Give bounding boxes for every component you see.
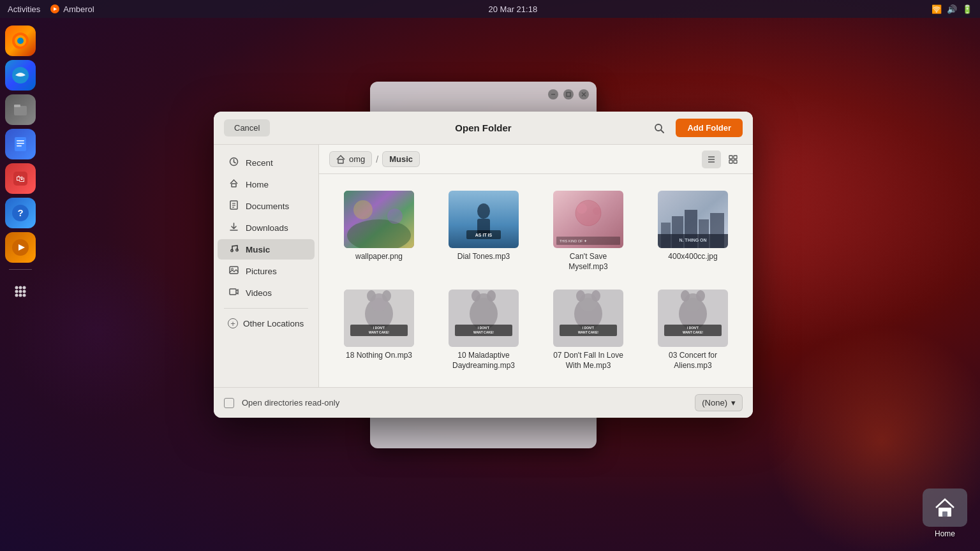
svg-point-92 — [487, 290, 496, 302]
svg-text:?: ? — [17, 207, 23, 218]
svg-text:I DON'T: I DON'T — [478, 326, 489, 330]
sidebar-item-recent[interactable]: Recent — [218, 152, 315, 173]
dock-icon-files[interactable] — [5, 94, 36, 125]
filter-label: (None) — [702, 398, 727, 408]
documents-icon — [228, 200, 239, 212]
sidebar-item-music[interactable]: Music — [218, 239, 315, 260]
svg-rect-30 — [942, 511, 947, 517]
breadcrumb-home[interactable]: omg — [329, 151, 372, 167]
sidebar-item-videos[interactable]: Videos — [218, 283, 315, 303]
sidebar-item-pictures[interactable]: Pictures — [218, 261, 315, 281]
svg-rect-4 — [14, 106, 27, 115]
svg-rect-6 — [15, 137, 26, 151]
dock-icon-thunderbird[interactable] — [5, 60, 36, 91]
file-name-dont-fall: 07 Don't Fall In Love With Me.mp3 — [550, 351, 627, 371]
dock: 🛍 ? — [0, 18, 41, 551]
sidebar-item-documents[interactable]: Documents — [218, 196, 315, 216]
view-controls — [702, 151, 743, 168]
dock-icon-apps[interactable] — [5, 276, 36, 307]
svg-point-2 — [17, 38, 24, 44]
sidebar-label-music: Music — [246, 245, 270, 254]
filter-chevron-icon: ▾ — [731, 398, 736, 408]
dock-icon-firefox[interactable] — [5, 26, 36, 56]
svg-rect-8 — [17, 143, 24, 144]
svg-point-18 — [23, 286, 26, 290]
dock-icon-writer[interactable] — [5, 129, 36, 159]
dialog-header-actions: Add Folder — [649, 118, 743, 138]
svg-rect-9 — [17, 145, 22, 147]
svg-point-108 — [696, 290, 705, 302]
dock-icon-appstore[interactable]: 🛍 — [5, 163, 36, 194]
svg-rect-36 — [232, 184, 236, 187]
list-view-icon — [707, 155, 716, 164]
search-icon — [654, 123, 664, 133]
svg-point-67 — [577, 203, 587, 214]
svg-text:WANT CAKE!: WANT CAKE! — [683, 330, 703, 334]
svg-line-32 — [661, 130, 664, 133]
pictures-icon — [228, 265, 239, 277]
volume-icon[interactable]: 🔊 — [947, 4, 957, 14]
file-item-wallpaper[interactable]: wallpaper.png — [329, 184, 429, 278]
file-thumb-cant-save: THIS KIND OF ✦ — [553, 191, 623, 248]
file-grid: wallpaper.png — [319, 174, 753, 387]
list-view-button[interactable] — [702, 151, 721, 168]
svg-text:I DON'T: I DON'T — [687, 326, 699, 330]
home-icon — [228, 179, 239, 190]
svg-rect-7 — [17, 140, 24, 142]
sidebar: Recent Home Documents Downloads — [214, 145, 319, 387]
breadcrumb-separator: / — [375, 154, 380, 165]
svg-rect-55 — [734, 160, 737, 163]
amberol-indicator[interactable]: Amberol — [50, 4, 94, 14]
svg-text:N. THING ON: N. THING ON — [679, 238, 706, 242]
svg-point-107 — [681, 290, 690, 302]
file-item-maladaptive[interactable]: I DON'T WANT CAKE! 10 Maladaptive Daydre… — [434, 283, 533, 377]
sidebar-label-recent: Recent — [246, 158, 273, 168]
svg-point-23 — [19, 294, 22, 297]
svg-rect-52 — [729, 156, 732, 159]
file-thumb-maladaptive: I DON'T WANT CAKE! — [449, 290, 519, 347]
sidebar-item-other-locations[interactable]: + Other Locations — [218, 314, 315, 333]
grid-view-button[interactable] — [724, 151, 743, 168]
play-icon — [50, 4, 59, 13]
file-item-concert[interactable]: I DON'T WANT CAKE! 03 Concert for Aliens… — [643, 283, 743, 377]
file-name-nothing-on: 18 Nothing On.mp3 — [346, 351, 412, 361]
file-item-nothing-on[interactable]: I DON'T WANT CAKE! 18 Nothing On.mp3 — [329, 283, 429, 377]
home-icon-label: Home — [935, 529, 955, 538]
recent-icon — [228, 157, 239, 168]
file-name-wallpaper: wallpaper.png — [355, 252, 403, 262]
dock-icon-help[interactable]: ? — [5, 198, 36, 228]
dock-icon-amberol[interactable] — [5, 232, 36, 263]
battery-icon[interactable]: 🔋 — [962, 4, 972, 14]
svg-rect-48 — [338, 159, 343, 163]
sidebar-item-downloads[interactable]: Downloads — [218, 217, 315, 238]
add-folder-button[interactable]: Add Folder — [676, 119, 743, 137]
breadcrumb-bar: omg / Music — [319, 145, 753, 174]
activities-button[interactable]: Activities — [8, 4, 40, 14]
minimize-button[interactable] — [548, 89, 558, 99]
svg-point-91 — [471, 290, 480, 302]
search-button[interactable] — [649, 118, 669, 138]
file-item-400x400[interactable]: N. THING ON 400x400cc.jpg — [643, 184, 743, 278]
close-button[interactable] — [579, 89, 589, 99]
grid-view-icon — [729, 155, 738, 164]
file-thumb-nothing-on: I DON'T WANT CAKE! — [344, 290, 414, 347]
home-icon-box — [923, 489, 967, 527]
dialog-title: Open Folder — [455, 122, 511, 133]
home-desktop-icon[interactable]: Home — [923, 489, 967, 538]
read-only-checkbox[interactable] — [224, 398, 234, 408]
filter-dropdown[interactable]: (None) ▾ — [695, 394, 743, 411]
file-name-concert: 03 Concert for Aliens.mp3 — [655, 351, 731, 371]
plus-icon: + — [228, 318, 238, 328]
maximize-button[interactable] — [563, 89, 574, 99]
sidebar-item-home[interactable]: Home — [218, 174, 315, 195]
file-item-dont-fall[interactable]: I DON'T WANT CAKE! 07 Don't Fall In Love… — [538, 283, 638, 377]
network-icon[interactable]: 🛜 — [932, 4, 942, 14]
svg-text:THIS KIND OF ✦: THIS KIND OF ✦ — [560, 239, 587, 243]
file-name-400x400: 400x400cc.jpg — [668, 252, 717, 262]
file-item-cant-save[interactable]: THIS KIND OF ✦ Can't Save Myself.mp3 — [538, 184, 638, 278]
cancel-button[interactable]: Cancel — [224, 119, 270, 136]
svg-text:WANT CAKE!: WANT CAKE! — [369, 330, 389, 334]
breadcrumb-current[interactable]: Music — [382, 151, 420, 167]
file-item-dial-tones[interactable]: AS IT IS Dial Tones.mp3 — [434, 184, 533, 278]
file-name-dial-tones: Dial Tones.mp3 — [457, 252, 510, 262]
